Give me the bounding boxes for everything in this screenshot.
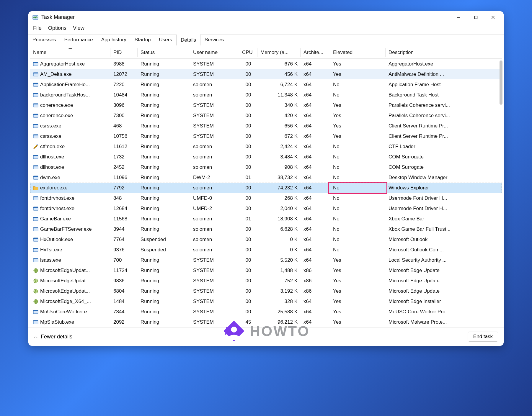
table-row[interactable]: lsass.exe700RunningSYSTEM005,520 Kx64Yes…: [30, 255, 502, 265]
table-row[interactable]: fontdrvhost.exe12684RunningUMFD-2002,040…: [30, 203, 502, 214]
table-row[interactable]: AM_Delta.exe12072RunningSYSTEM00456 Kx64…: [30, 69, 502, 79]
process-status: Running: [138, 257, 190, 264]
process-cpu: 00: [239, 164, 257, 171]
process-elevated: No: [330, 226, 386, 233]
table-row[interactable]: csrss.exe468RunningSYSTEM00656 Kx64YesCl…: [30, 121, 502, 131]
table-row[interactable]: csrss.exe10756RunningSYSTEM00672 Kx64Yes…: [30, 131, 502, 141]
process-description: Desktop Window Manager: [386, 174, 474, 181]
svg-rect-10: [33, 83, 38, 84]
process-user: solomen: [190, 91, 239, 99]
table-row[interactable]: dllhost.exe1732Runningsolomen003,484 Kx6…: [30, 152, 502, 162]
tab-services[interactable]: Services: [200, 35, 228, 46]
column-header-cpu[interactable]: CPU: [239, 48, 257, 57]
process-arch: x64: [301, 184, 330, 191]
table-row[interactable]: HxTsr.exe9376Suspendedsolomen000 Kx64NoM…: [30, 245, 502, 255]
process-icon: [33, 154, 38, 160]
process-arch: x86: [301, 277, 330, 284]
table-row[interactable]: ctfmon.exe11612Runningsolomen002,424 Kx6…: [30, 141, 502, 152]
process-arch: x64: [301, 60, 330, 68]
table-row[interactable]: coherence.exe3096RunningSYSTEM00340 Kx64…: [30, 100, 502, 110]
process-memory: 328 K: [257, 298, 301, 305]
column-header-archite-[interactable]: Archite...: [301, 48, 330, 57]
table-row[interactable]: coherence.exe7300RunningSYSTEM00420 Kx64…: [30, 110, 502, 121]
process-memory: 18,908 K: [257, 215, 301, 222]
close-button[interactable]: [490, 14, 496, 20]
table-row[interactable]: MicrosoftEdgeUpdat...11724RunningSYSTEM0…: [30, 265, 502, 276]
process-user: DWM-2: [190, 174, 239, 181]
titlebar[interactable]: Task Manager: [28, 11, 504, 23]
process-user: SYSTEM: [190, 71, 239, 78]
process-cpu: 00: [239, 246, 257, 253]
process-status: Running: [138, 143, 190, 150]
column-header-memory-a-[interactable]: Memory (a...: [257, 48, 301, 57]
table-row[interactable]: fontdrvhost.exe848RunningUMFD-000268 Kx6…: [30, 193, 502, 203]
column-header-elevated[interactable]: Elevated: [330, 48, 386, 57]
process-icon: [33, 247, 38, 253]
process-name: MpSiaStub.exe: [40, 319, 74, 325]
process-elevated: Yes: [330, 257, 386, 264]
table-row[interactable]: backgroundTaskHos...10484Runningsolomen0…: [30, 90, 502, 100]
table-row[interactable]: GameBar.exe11568Runningsolomen0118,908 K…: [30, 214, 502, 224]
process-icon: [33, 72, 38, 77]
process-pid: 7220: [110, 81, 138, 88]
process-name: MicrosoftEdgeUpdat...: [40, 278, 90, 284]
column-header-status[interactable]: Status: [138, 48, 190, 57]
process-arch: x64: [301, 174, 330, 181]
table-row[interactable]: ApplicationFrameHo...7220Runningsolomen0…: [30, 79, 502, 90]
table-row[interactable]: MoUsoCoreWorker.e...7344RunningSYSTEM002…: [30, 307, 502, 317]
column-header-name[interactable]: Name: [30, 48, 110, 57]
tab-app-history[interactable]: App history: [97, 35, 130, 46]
process-memory: 0 K: [257, 236, 301, 243]
table-row[interactable]: MicrosoftEdge_X64_...1484RunningSYSTEM00…: [30, 296, 502, 307]
menu-options[interactable]: Options: [48, 25, 66, 31]
process-status: Suspended: [138, 236, 190, 243]
process-user: SYSTEM: [190, 112, 239, 119]
table-row[interactable]: MicrosoftEdgeUpdat...6804RunningSYSTEM00…: [30, 286, 502, 296]
column-header-user-name[interactable]: User name: [190, 48, 239, 57]
process-icon: [33, 134, 38, 139]
table-header[interactable]: NamePIDStatusUser nameCPUMemory (a...Arc…: [30, 46, 502, 59]
table-row[interactable]: HxOutlook.exe7764Suspendedsolomen000 Kx6…: [30, 234, 502, 245]
scrollbar-vertical[interactable]: [500, 60, 502, 105]
process-description: AntiMalware Definition ...: [386, 71, 474, 78]
process-elevated: No: [330, 184, 386, 191]
table-row[interactable]: explorer.exe7792Runningsolomen0074,232 K…: [30, 183, 502, 193]
process-user: SYSTEM: [190, 277, 239, 284]
process-memory: 3,484 K: [257, 153, 301, 160]
process-arch: x64: [301, 164, 330, 171]
end-task-button[interactable]: End task: [468, 332, 498, 342]
tab-users[interactable]: Users: [155, 35, 176, 46]
table-row[interactable]: AggregatorHost.exe3988RunningSYSTEM00676…: [30, 59, 502, 69]
menu-file[interactable]: File: [33, 25, 42, 31]
minimize-button[interactable]: [456, 14, 462, 20]
process-memory: 672 K: [257, 133, 301, 140]
table-row[interactable]: MpSiaStub.exe2092RunningSYSTEM4596,212 K…: [30, 317, 502, 327]
process-status: Running: [138, 102, 190, 109]
process-cpu: 00: [239, 195, 257, 202]
tab-startup[interactable]: Startup: [130, 35, 155, 46]
process-pid: 1732: [110, 153, 138, 160]
process-description: Xbox Game Bar Full Trust...: [386, 226, 474, 233]
process-arch: x86: [301, 288, 330, 295]
svg-rect-18: [33, 124, 38, 125]
process-elevated: No: [330, 195, 386, 202]
process-status: Suspended: [138, 246, 190, 253]
table-row[interactable]: GameBarFTServer.exe3944Runningsolomen006…: [30, 224, 502, 234]
table-row[interactable]: dwm.exe11096RunningDWM-20138,732 Kx64NoD…: [30, 172, 502, 183]
process-icon: [33, 144, 38, 149]
svg-rect-49: [33, 320, 38, 321]
fewer-details-link[interactable]: Fewer details: [41, 334, 72, 340]
maximize-button[interactable]: [473, 14, 479, 20]
table-row[interactable]: MicrosoftEdgeUpdat...9836RunningSYSTEM00…: [30, 276, 502, 286]
column-header-pid[interactable]: PID: [110, 48, 138, 57]
process-icon: [33, 113, 38, 118]
tab-details[interactable]: Details: [176, 34, 200, 45]
chevron-up-icon[interactable]: ︿: [34, 334, 38, 339]
process-name: ctfmon.exe: [40, 144, 65, 150]
process-pid: 9836: [110, 277, 138, 284]
tab-performance[interactable]: Performance: [60, 35, 97, 46]
table-row[interactable]: dllhost.exe2452Runningsolomen00908 Kx64N…: [30, 162, 502, 172]
tab-processes[interactable]: Processes: [28, 35, 60, 46]
menu-view[interactable]: View: [73, 25, 84, 31]
column-header-description[interactable]: Description: [386, 48, 474, 57]
